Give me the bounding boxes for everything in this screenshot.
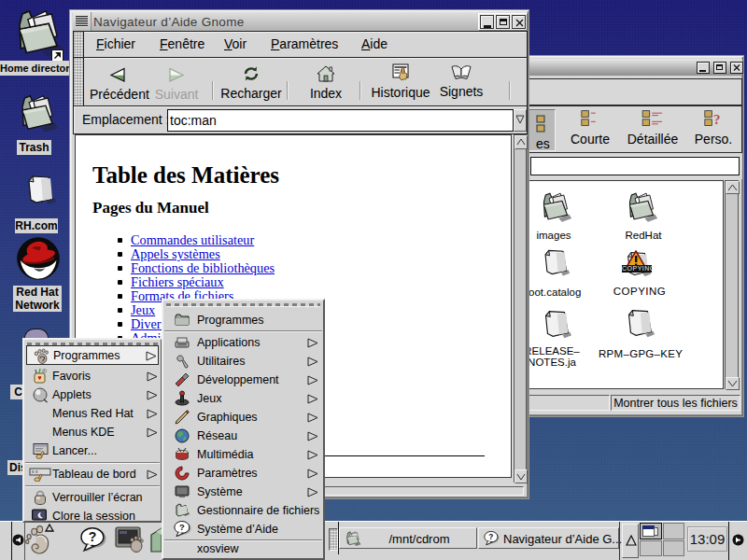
svg-text:?: ? (713, 112, 721, 127)
